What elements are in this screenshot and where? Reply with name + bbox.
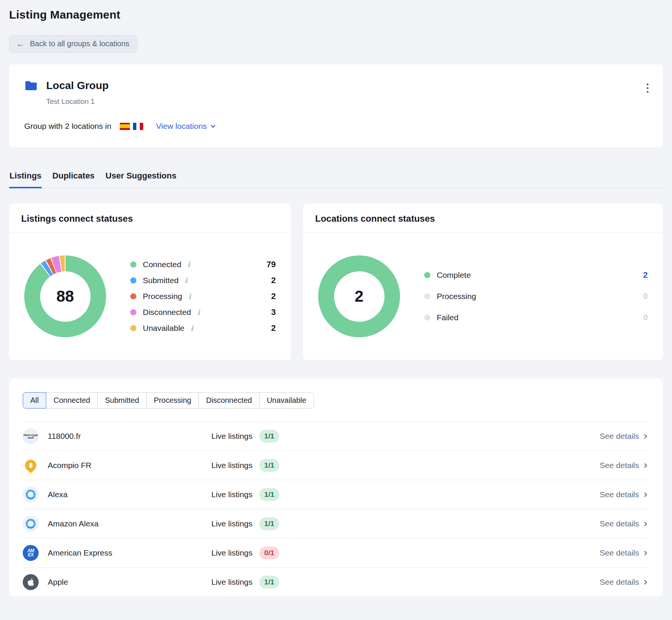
submitted-label: Submitted [143,276,179,285]
see-details-label: See details [600,548,639,557]
live-listings-badge: 1/1 [259,488,279,501]
filter-disconnected[interactable]: Disconnected [198,392,259,409]
live-listings-label: Live listings [211,461,253,470]
tab-listings[interactable]: Listings [9,171,42,188]
filter-unavailable[interactable]: Unavailable [259,392,314,409]
live-listings-badge: 1/1 [259,430,279,443]
disconnected-label: Disconnected [143,308,191,317]
filter-submitted[interactable]: Submitted [97,392,147,409]
table-row-amazon-alexa[interactable]: Amazon Alexa Live listings 1/1 See detai… [23,509,649,539]
see-details-label: See details [600,461,639,470]
legend-row-disconnected: Disconnected i 3 [130,304,276,320]
chevron-right-icon [643,550,649,556]
complete-label: Complete [437,271,471,280]
locations-statuses-card: Locations connect statuses 2 Complete 2 … [303,204,663,360]
group-menu-kebab-icon[interactable] [644,81,651,95]
info-icon[interactable]: i [188,260,190,269]
info-icon[interactable]: i [185,276,188,285]
processing-label: Processing [143,292,182,301]
info-icon[interactable]: i [197,308,200,316]
back-to-groups-button[interactable]: ← Back to all groups & locations [9,35,138,53]
group-card: Local Group Test Location 1 Group with 2… [9,64,663,147]
info-icon[interactable]: i [191,324,193,332]
table-row-118000fr[interactable]: PRAT!QUE 118000.fr Live listings 1/1 See… [23,422,649,451]
apple-logo [23,574,39,590]
live-listings-label: Live listings [211,578,253,587]
live-listings-label: Live listings [211,519,253,528]
amex-logo-text: AMEX [27,549,34,557]
table-row-alexa[interactable]: Alexa Live listings 1/1 See details [23,480,649,509]
failed-value: 0 [643,313,648,323]
directory-name: Amazon Alexa [45,519,211,528]
filter-processing[interactable]: Processing [146,392,199,409]
see-details-link[interactable]: See details [600,519,649,528]
france-flag-icon [133,123,143,130]
disconnected-dot [130,309,136,315]
directory-list: PRAT!QUE 118000.fr Live listings 1/1 See… [23,421,649,597]
failed-dot [424,315,430,321]
submitted-value: 2 [271,276,276,285]
loc-processing-value: 0 [643,291,648,301]
view-locations-link[interactable]: View locations [156,122,216,131]
pratique-logo-text: PRAT!QUE [23,434,38,437]
legend-row-failed: Failed 0 [424,307,648,328]
acompio-logo [23,457,39,473]
live-listings-group: Live listings 1/1 [211,430,325,443]
alexa-logo [23,487,39,503]
filter-connected[interactable]: Connected [46,392,98,409]
table-row-apple[interactable]: Apple Live listings 1/1 See details [23,568,649,597]
locations-statuses-title: Locations connect statuses [303,204,663,232]
tab-user-suggestions[interactable]: User Suggestions [105,171,177,188]
locations-donut-chart: 2 [318,255,400,337]
see-details-link[interactable]: See details [600,461,649,470]
group-header: Local Group [24,79,648,92]
table-row-american-express[interactable]: AMEX American Express Live listings 0/1 … [23,539,649,568]
tab-bar: Listings Duplicates User Suggestions [9,171,663,188]
group-locations-text: Group with 2 locations in [24,122,111,131]
table-row-acompio[interactable]: Acompio FR Live listings 1/1 See details [23,451,649,480]
live-listings-badge: 1/1 [259,459,279,472]
processing-dot [130,293,136,299]
complete-value: 2 [643,270,648,280]
chevron-right-icon [643,521,649,527]
alexa-ring-icon [26,490,36,499]
live-listings-group: Live listings 1/1 [211,576,325,589]
live-listings-badge: 0/1 [259,546,279,559]
see-details-label: See details [600,578,639,587]
apple-icon [27,578,35,587]
directory-name: American Express [45,548,211,557]
group-name: Local Group [46,80,109,92]
see-details-label: See details [600,432,639,441]
filter-all[interactable]: All [23,392,46,409]
tab-duplicates[interactable]: Duplicates [52,171,95,188]
map-pin-icon [23,457,39,473]
see-details-link[interactable]: See details [600,490,649,499]
disconnected-value: 3 [271,307,276,317]
legend-row-submitted: Submitted i 2 [130,272,276,288]
118000fr-logo: PRAT!QUE [23,428,39,444]
live-listings-badge: 1/1 [259,517,279,530]
listings-statuses-body: 88 Connected i 79 Submitted i 2 [9,232,291,360]
unavailable-dot [130,325,136,331]
see-details-label: See details [600,519,639,528]
chevron-down-icon [210,124,216,129]
group-meta-row: Group with 2 locations in View locations [24,122,648,131]
listings-list-card: All Connected Submitted Processing Disco… [9,379,663,597]
live-listings-badge: 1/1 [259,576,279,589]
connected-value: 79 [267,260,276,269]
page-title: Listing Management [9,0,663,21]
connected-dot [130,261,136,268]
info-icon[interactable]: i [188,292,191,301]
view-locations-label: View locations [156,122,207,131]
status-filter-group: All Connected Submitted Processing Disco… [23,392,314,409]
see-details-link[interactable]: See details [600,548,649,557]
processing-value: 2 [271,291,276,301]
unavailable-label: Unavailable [143,324,184,333]
see-details-link[interactable]: See details [600,432,649,441]
locations-statuses-body: 2 Complete 2 Processing 0 Fa [303,232,663,360]
see-details-link[interactable]: See details [600,578,649,587]
directory-name: 118000.fr [45,432,211,441]
american-express-logo: AMEX [23,545,39,561]
arrow-left-icon: ← [16,40,25,48]
live-listings-group: Live listings 0/1 [211,546,325,559]
